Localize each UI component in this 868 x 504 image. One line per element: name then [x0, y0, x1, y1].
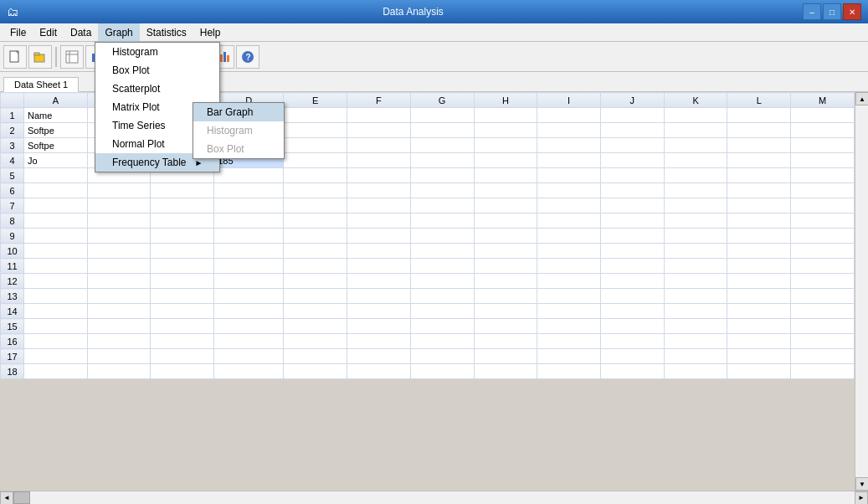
cell[interactable] — [537, 274, 601, 289]
cell[interactable] — [410, 274, 474, 289]
cell[interactable] — [537, 229, 601, 244]
cell[interactable] — [87, 259, 151, 274]
cell[interactable] — [537, 244, 601, 259]
cell[interactable] — [791, 319, 855, 334]
cell[interactable] — [284, 198, 347, 213]
cell[interactable] — [791, 183, 855, 198]
toolbar-new[interactable] — [3, 45, 27, 69]
cell[interactable] — [410, 108, 474, 123]
cell[interactable] — [474, 229, 537, 244]
cell[interactable] — [214, 259, 284, 274]
cell[interactable] — [24, 229, 88, 244]
cell[interactable] — [24, 183, 88, 198]
cell[interactable] — [151, 289, 214, 304]
scroll-thumb-h[interactable] — [13, 491, 30, 504]
cell[interactable] — [284, 274, 347, 289]
cell[interactable] — [87, 274, 151, 289]
menu-file[interactable]: File — [3, 23, 33, 41]
cell[interactable] — [600, 304, 664, 319]
cell[interactable] — [727, 349, 791, 364]
cell[interactable] — [24, 349, 88, 364]
cell[interactable] — [537, 123, 601, 138]
cell[interactable] — [474, 168, 537, 183]
cell[interactable] — [664, 334, 727, 349]
cell[interactable] — [347, 183, 411, 198]
cell[interactable] — [214, 229, 284, 244]
cell[interactable] — [664, 153, 727, 168]
cell[interactable] — [727, 289, 791, 304]
cell[interactable] — [284, 349, 347, 364]
cell[interactable] — [600, 334, 664, 349]
cell[interactable] — [214, 244, 284, 259]
cell[interactable] — [537, 334, 601, 349]
cell[interactable] — [664, 108, 727, 123]
cell[interactable] — [791, 213, 855, 229]
cell[interactable] — [791, 138, 855, 153]
cell[interactable] — [347, 304, 411, 319]
cell[interactable] — [214, 304, 284, 319]
cell[interactable] — [24, 289, 88, 304]
cell[interactable] — [664, 198, 727, 213]
cell[interactable] — [410, 289, 474, 304]
scroll-right-btn[interactable]: ► — [855, 491, 868, 505]
cell[interactable] — [791, 108, 855, 123]
cell[interactable] — [791, 198, 855, 213]
cell[interactable] — [600, 123, 664, 138]
cell[interactable] — [87, 334, 151, 349]
cell[interactable] — [600, 274, 664, 289]
cell[interactable] — [727, 364, 791, 379]
cell[interactable] — [284, 153, 347, 168]
cell[interactable] — [24, 213, 88, 229]
cell[interactable] — [410, 259, 474, 274]
cell[interactable] — [474, 244, 537, 259]
cell[interactable] — [600, 364, 664, 379]
cell[interactable] — [151, 349, 214, 364]
cell[interactable] — [410, 244, 474, 259]
cell[interactable] — [727, 334, 791, 349]
cell[interactable] — [24, 259, 88, 274]
cell[interactable] — [537, 259, 601, 274]
cell[interactable] — [537, 304, 601, 319]
toolbar-open[interactable] — [28, 45, 52, 69]
cell[interactable] — [284, 183, 347, 198]
menu-help[interactable]: Help — [193, 23, 228, 41]
cell[interactable] — [284, 319, 347, 334]
cell[interactable] — [214, 213, 284, 229]
cell[interactable] — [791, 349, 855, 364]
cell[interactable] — [151, 213, 214, 229]
cell[interactable] — [24, 304, 88, 319]
cell[interactable] — [727, 198, 791, 213]
minimize-button[interactable]: – — [803, 3, 821, 20]
cell[interactable] — [347, 289, 411, 304]
cell[interactable] — [600, 213, 664, 229]
cell[interactable]: Name — [24, 108, 88, 123]
cell[interactable] — [537, 108, 601, 123]
cell[interactable] — [664, 289, 727, 304]
cell[interactable] — [410, 334, 474, 349]
scroll-left-btn[interactable]: ◄ — [0, 491, 13, 505]
cell[interactable] — [600, 229, 664, 244]
submenu-bargraph[interactable]: Bar Graph — [193, 103, 284, 121]
cell[interactable] — [727, 319, 791, 334]
cell[interactable] — [600, 244, 664, 259]
menu-edit[interactable]: Edit — [33, 23, 64, 41]
toolbar-help[interactable]: ? — [236, 45, 259, 69]
cell[interactable] — [87, 289, 151, 304]
menu-graph[interactable]: Graph — [98, 23, 139, 41]
cell[interactable] — [791, 229, 855, 244]
cell[interactable] — [474, 138, 537, 153]
cell[interactable] — [727, 213, 791, 229]
cell[interactable] — [410, 304, 474, 319]
scroll-up-btn[interactable]: ▲ — [855, 92, 868, 105]
cell[interactable] — [24, 319, 88, 334]
cell[interactable] — [151, 334, 214, 349]
cell[interactable] — [664, 319, 727, 334]
cell[interactable] — [284, 138, 347, 153]
cell[interactable] — [664, 304, 727, 319]
cell[interactable] — [87, 349, 151, 364]
cell[interactable] — [664, 229, 727, 244]
cell[interactable] — [727, 138, 791, 153]
cell[interactable] — [727, 153, 791, 168]
cell[interactable] — [347, 364, 411, 379]
cell[interactable] — [347, 108, 411, 123]
